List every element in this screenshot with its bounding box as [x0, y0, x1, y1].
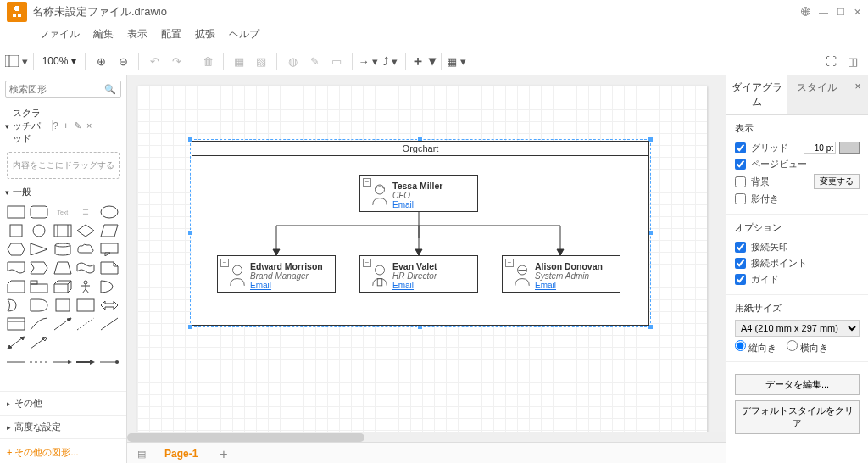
menu-arrange[interactable]: 配置	[156, 25, 186, 43]
scratchpad-dropzone[interactable]: 内容をここにドラッグする	[7, 152, 120, 179]
zoom-out-icon[interactable]: ⊖	[113, 51, 133, 71]
maximize-icon[interactable]: ☐	[837, 7, 845, 18]
linestyle-1[interactable]	[7, 356, 25, 363]
shape-biarrow[interactable]	[7, 336, 25, 349]
menu-edit[interactable]: 編集	[88, 25, 119, 43]
shape-parallelogram[interactable]	[100, 224, 119, 237]
shape-diamond[interactable]	[76, 224, 95, 237]
fill-icon[interactable]: ◍	[282, 51, 303, 71]
background-checkbox[interactable]	[735, 176, 746, 187]
zoom-level[interactable]: 100% ▾	[39, 55, 81, 67]
menu-help[interactable]: ヘルプ	[224, 25, 264, 43]
shape-card[interactable]	[7, 280, 25, 293]
to-front-icon[interactable]: ▦	[229, 51, 249, 71]
menu-extras[interactable]: 拡張	[190, 25, 220, 43]
zoom-in-icon[interactable]: ⊕	[91, 51, 111, 71]
linestyle-3[interactable]	[53, 356, 72, 363]
email-link[interactable]: Email	[535, 281, 603, 290]
menu-view[interactable]: 表示	[122, 25, 153, 43]
view-mode-button[interactable]: ▾	[5, 51, 28, 71]
line-icon[interactable]: ✎	[304, 51, 325, 71]
tree-toggle-icon[interactable]: −	[220, 259, 229, 267]
shape-trapezoid[interactable]	[53, 261, 72, 275]
delete-icon[interactable]: 🗑	[198, 51, 218, 71]
shape-step[interactable]	[30, 261, 48, 275]
shape-or[interactable]	[7, 298, 25, 312]
close-icon[interactable]: ✕	[854, 7, 861, 18]
tab-style[interactable]: スタイル	[787, 75, 849, 114]
linestyle-4[interactable]	[76, 356, 95, 363]
add-scratch-icon[interactable]: +	[64, 120, 69, 131]
shape-cube[interactable]	[53, 280, 72, 293]
grid-color-swatch[interactable]	[839, 142, 860, 154]
arrows-checkbox[interactable]	[735, 242, 746, 253]
connection-icon[interactable]: → ▾	[358, 51, 378, 71]
shape-internal[interactable]	[7, 317, 25, 331]
tree-toggle-icon[interactable]: −	[363, 259, 371, 267]
more-shapes[interactable]: + その他の図形...	[0, 438, 126, 463]
section-other[interactable]: ▸その他	[0, 391, 126, 415]
shape-document[interactable]	[7, 261, 25, 275]
shape-and[interactable]	[30, 298, 48, 312]
pages-icon[interactable]: ▤	[132, 449, 151, 460]
canvas[interactable]: Orgchart − Tessa Miller CFO Email	[127, 75, 726, 432]
shape-dashed[interactable]	[76, 317, 95, 331]
tab-diagram[interactable]: ダイアグラム	[726, 75, 787, 114]
add-page-icon[interactable]: +	[211, 443, 236, 464]
shape-curve[interactable]	[30, 317, 48, 331]
change-bg-button[interactable]: 変更する	[814, 174, 860, 189]
minimize-icon[interactable]: —	[819, 7, 828, 18]
shape-roundrect[interactable]	[30, 205, 48, 219]
shape-callout[interactable]	[100, 243, 119, 256]
fullscreen-icon[interactable]: ⛶	[821, 51, 841, 71]
close-panel-icon[interactable]: ×	[848, 75, 868, 114]
pageview-checkbox[interactable]	[735, 159, 746, 170]
linestyle-5[interactable]	[100, 356, 119, 363]
shape-textbox[interactable]: ━━━━	[76, 205, 95, 219]
insert-icon[interactable]: ＋ ▾	[411, 51, 435, 71]
node-alison[interactable]: − Alison Donovan System Admin Email	[502, 255, 620, 293]
shape-rect[interactable]	[7, 205, 25, 219]
landscape-radio[interactable]	[787, 340, 798, 351]
shape-note[interactable]	[100, 261, 119, 275]
tree-toggle-icon[interactable]: −	[505, 259, 514, 267]
page-tab[interactable]: Page-1	[156, 444, 206, 464]
table-icon[interactable]: ▦ ▾	[447, 51, 467, 71]
email-link[interactable]: Email	[250, 281, 323, 290]
waypoint-icon[interactable]: ⤴ ▾	[380, 51, 400, 71]
undo-icon[interactable]: ↶	[144, 51, 164, 71]
section-advanced[interactable]: ▸高度な設定	[0, 415, 126, 438]
shape-line[interactable]	[100, 317, 119, 331]
linestyle-2[interactable]	[30, 356, 48, 363]
close-scratch-icon[interactable]: ×	[86, 120, 92, 131]
shadow-checkbox[interactable]	[735, 193, 746, 204]
general-label[interactable]: 一般	[13, 186, 31, 198]
shape-cylinder[interactable]	[53, 243, 72, 256]
shape-text[interactable]: Text	[53, 205, 72, 219]
portrait-radio[interactable]	[735, 340, 746, 351]
to-back-icon[interactable]: ▧	[251, 51, 271, 71]
scratchpad-label[interactable]: スクラッチパッド	[13, 107, 48, 145]
guides-checkbox[interactable]	[735, 274, 746, 285]
shape-container[interactable]	[76, 298, 95, 312]
shape-process[interactable]	[53, 224, 72, 237]
globe-icon[interactable]: 🌐︎	[801, 7, 810, 18]
points-checkbox[interactable]	[735, 258, 746, 269]
shape-tape[interactable]	[76, 261, 95, 275]
help-icon[interactable]: ?	[53, 120, 58, 131]
shape-actor[interactable]	[76, 280, 95, 293]
shape-ellipse[interactable]	[100, 205, 119, 219]
email-link[interactable]: Email	[392, 281, 437, 290]
grid-checkbox[interactable]	[735, 142, 746, 153]
shape-hexagon[interactable]	[7, 243, 25, 256]
shape-triangle[interactable]	[30, 243, 48, 256]
shape-halfcircle[interactable]	[100, 280, 119, 293]
shape-datastore[interactable]	[53, 298, 72, 312]
shape-circle[interactable]	[30, 224, 48, 237]
shape-cloud[interactable]	[76, 243, 95, 256]
shape-doublearrow[interactable]	[100, 298, 119, 312]
edit-scratch-icon[interactable]: ✎	[74, 120, 81, 131]
node-evan[interactable]: − Evan Valet HR Director Email	[359, 255, 478, 293]
shape-directional[interactable]	[30, 336, 48, 349]
edit-data-button[interactable]: データを編集...	[735, 374, 860, 395]
